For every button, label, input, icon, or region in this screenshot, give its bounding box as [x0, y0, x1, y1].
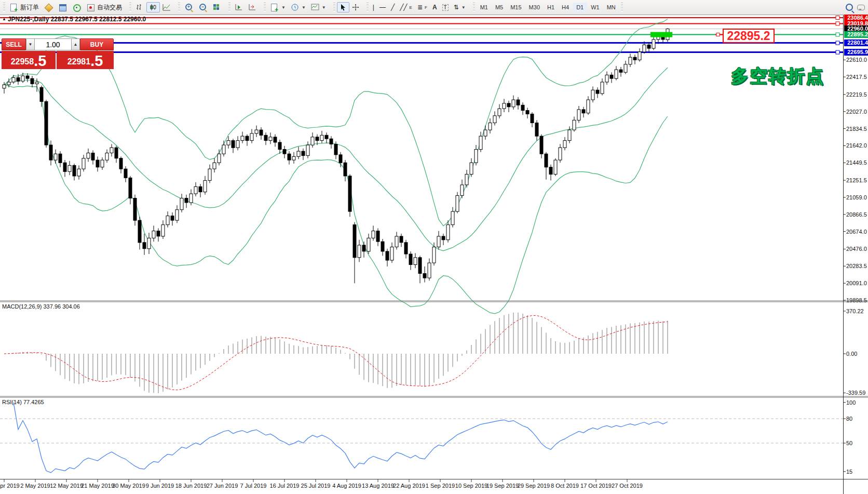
chart-annotation[interactable]: 多空转折点 [731, 64, 824, 88]
volume-increase-button[interactable]: ▲ [71, 38, 80, 50]
one-click-trading-panel: SELL ▼ 1.00 ▲ BUY 22958.5 22981.5 [2, 38, 114, 69]
chart-window: ▲JPN225-,Daily 22837.5 22967.5 22812.5 2… [0, 15, 868, 494]
volume-decrease-button[interactable]: ▼ [26, 38, 35, 50]
mt4-terminal: + 新订单 自动交易 + − [0, 0, 868, 494]
sell-button[interactable]: SELL [2, 38, 26, 50]
volume-input[interactable]: 1.00 [35, 38, 71, 50]
buy-price[interactable]: 22981.5 [57, 51, 114, 69]
price-callout-box[interactable]: 22895.2 [723, 29, 775, 43]
buy-button[interactable]: BUY [80, 38, 114, 50]
sell-price[interactable]: 22958.5 [2, 51, 56, 69]
